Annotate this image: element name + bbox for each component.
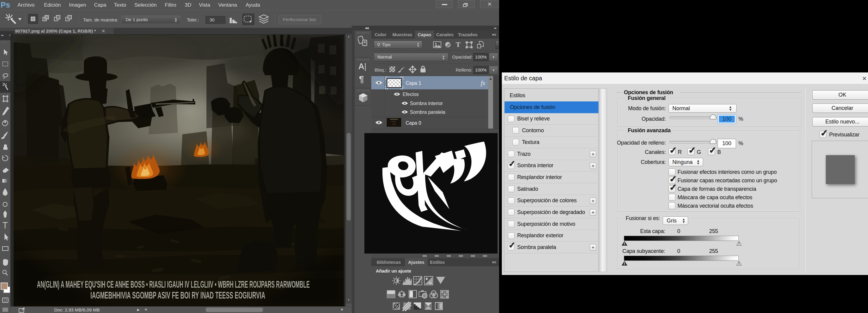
svg-text:fx: fx: [481, 79, 486, 87]
svg-text:AN(GLIN) A MAHEY EQU'SIH CE A: AN(GLIN) A MAHEY EQU'SIH CE ANHE BOSS • …: [37, 279, 310, 289]
svg-text:Sombra interior: Sombra interior: [410, 101, 443, 106]
svg-text:IAGMEBHHIVIA SGOMBP ASIV FE B: IAGMEBHHIVIA SGOMBP ASIV FE BOI RY INAD …: [90, 290, 265, 300]
svg-text:+: +: [249, 19, 252, 24]
svg-text:Capa 1: Capa 1: [406, 81, 421, 86]
svg-text:Sombra paralela: Sombra paralela: [410, 110, 445, 115]
svg-text:Efectos: Efectos: [403, 92, 418, 97]
svg-text:Capa 0: Capa 0: [406, 120, 421, 125]
